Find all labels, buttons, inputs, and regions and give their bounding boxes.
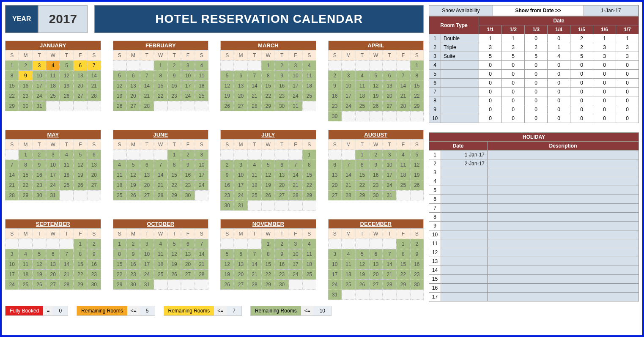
- calendar-day[interactable]: 30: [87, 279, 101, 290]
- room-type-cell[interactable]: Suite: [441, 52, 479, 61]
- holiday-date-cell[interactable]: [441, 195, 488, 204]
- calendar-day[interactable]: 27: [234, 279, 247, 290]
- calendar-day[interactable]: 14: [383, 259, 396, 269]
- calendar-day[interactable]: 26: [220, 101, 234, 111]
- holiday-desc-cell[interactable]: [488, 239, 639, 248]
- calendar-day[interactable]: 4: [46, 60, 60, 71]
- calendar-day[interactable]: 15: [19, 170, 32, 180]
- calendar-day[interactable]: 10: [289, 249, 302, 259]
- calendar-day[interactable]: 31: [383, 190, 396, 200]
- calendar-day[interactable]: 18: [302, 81, 316, 91]
- calendar-day[interactable]: 17: [383, 170, 396, 180]
- calendar-day[interactable]: 9: [328, 81, 342, 91]
- holiday-desc-cell[interactable]: [488, 177, 639, 186]
- calendar-day[interactable]: 1: [19, 150, 32, 160]
- calendar-day[interactable]: 26: [113, 101, 126, 111]
- calendar-day[interactable]: 10: [5, 259, 19, 269]
- calendar-day[interactable]: 21: [342, 180, 355, 190]
- calendar-day[interactable]: 29: [5, 101, 19, 111]
- holiday-desc-cell[interactable]: [488, 266, 639, 275]
- calendar-day[interactable]: 19: [74, 170, 87, 180]
- calendar-day[interactable]: 23: [328, 101, 342, 111]
- calendar-day[interactable]: 28: [383, 279, 396, 290]
- calendar-day[interactable]: 13: [234, 81, 247, 91]
- calendar-day[interactable]: 2: [19, 60, 32, 71]
- calendar-day[interactable]: 23: [220, 190, 234, 200]
- calendar-day[interactable]: 22: [167, 180, 181, 190]
- calendar-day[interactable]: 11: [113, 170, 126, 180]
- calendar-day[interactable]: 22: [355, 180, 369, 190]
- calendar-day[interactable]: 10: [289, 71, 302, 81]
- calendar-day[interactable]: 13: [126, 81, 140, 91]
- holiday-desc-cell[interactable]: [488, 248, 639, 257]
- calendar-day[interactable]: 23: [33, 180, 46, 190]
- calendar-day[interactable]: 11: [46, 71, 60, 81]
- calendar-day[interactable]: 23: [126, 269, 140, 279]
- calendar-day[interactable]: 19: [261, 180, 275, 190]
- calendar-day[interactable]: 1: [355, 150, 369, 160]
- calendar-day[interactable]: 27: [234, 101, 247, 111]
- calendar-day[interactable]: 27: [328, 190, 342, 200]
- calendar-day[interactable]: 22: [154, 91, 167, 101]
- holiday-date-cell[interactable]: [441, 266, 488, 275]
- calendar-day[interactable]: 29: [355, 190, 369, 200]
- calendar-day[interactable]: 30: [19, 101, 32, 111]
- calendar-day[interactable]: 10: [33, 71, 46, 81]
- calendar-day[interactable]: 28: [60, 279, 73, 290]
- calendar-day[interactable]: 9: [410, 249, 424, 259]
- calendar-day[interactable]: 14: [342, 170, 355, 180]
- calendar-day[interactable]: 12: [60, 71, 73, 81]
- calendar-day[interactable]: 17: [5, 269, 19, 279]
- calendar-day[interactable]: 17: [234, 180, 247, 190]
- calendar-day[interactable]: 6: [369, 249, 383, 259]
- holiday-date-cell[interactable]: [441, 230, 488, 239]
- calendar-day[interactable]: 24: [289, 269, 302, 279]
- calendar-day[interactable]: 25: [195, 91, 208, 101]
- calendar-day[interactable]: 18: [355, 91, 369, 101]
- calendar-day[interactable]: 2: [275, 60, 288, 71]
- calendar-day[interactable]: 10: [181, 71, 195, 81]
- calendar-day[interactable]: 25: [355, 101, 369, 111]
- calendar-day[interactable]: 11: [342, 259, 355, 269]
- calendar-day[interactable]: 31: [289, 101, 302, 111]
- calendar-day[interactable]: 8: [113, 249, 126, 259]
- calendar-day[interactable]: 23: [410, 269, 424, 279]
- calendar-day[interactable]: 19: [410, 170, 424, 180]
- calendar-day[interactable]: 17: [33, 81, 46, 91]
- holiday-desc-cell[interactable]: [488, 230, 639, 239]
- calendar-day[interactable]: 22: [74, 269, 87, 279]
- calendar-day[interactable]: 27: [275, 190, 288, 200]
- calendar-day[interactable]: 8: [302, 160, 316, 170]
- calendar-day[interactable]: 24: [195, 180, 208, 190]
- calendar-day[interactable]: 2: [328, 71, 342, 81]
- calendar-day[interactable]: 3: [342, 71, 355, 81]
- calendar-day[interactable]: 4: [19, 249, 32, 259]
- calendar-day[interactable]: 14: [195, 249, 208, 259]
- calendar-day[interactable]: 27: [46, 279, 60, 290]
- calendar-day[interactable]: 17: [140, 259, 153, 269]
- calendar-day[interactable]: 7: [140, 71, 153, 81]
- room-type-cell[interactable]: [441, 114, 479, 123]
- calendar-day[interactable]: 10: [140, 249, 153, 259]
- calendar-day[interactable]: 4: [302, 60, 316, 71]
- calendar-day[interactable]: 20: [181, 259, 195, 269]
- calendar-day[interactable]: 8: [396, 249, 410, 259]
- calendar-day[interactable]: 5: [126, 160, 140, 170]
- legend-value[interactable]: 0: [53, 306, 68, 315]
- calendar-day[interactable]: 30: [181, 190, 195, 200]
- calendar-day[interactable]: 16: [19, 81, 32, 91]
- calendar-day[interactable]: 14: [248, 81, 261, 91]
- calendar-day[interactable]: 5: [355, 249, 369, 259]
- calendar-day[interactable]: 15: [5, 81, 19, 91]
- calendar-day[interactable]: 18: [113, 180, 126, 190]
- calendar-day[interactable]: 15: [74, 259, 87, 269]
- calendar-day[interactable]: 3: [289, 60, 302, 71]
- holiday-date-cell[interactable]: [441, 239, 488, 248]
- calendar-day[interactable]: 15: [154, 81, 167, 91]
- calendar-day[interactable]: 8: [74, 249, 87, 259]
- calendar-day[interactable]: 10: [195, 160, 208, 170]
- calendar-day[interactable]: 24: [342, 101, 355, 111]
- calendar-day[interactable]: 1: [74, 239, 87, 249]
- calendar-day[interactable]: 9: [87, 249, 101, 259]
- calendar-day[interactable]: 20: [383, 91, 396, 101]
